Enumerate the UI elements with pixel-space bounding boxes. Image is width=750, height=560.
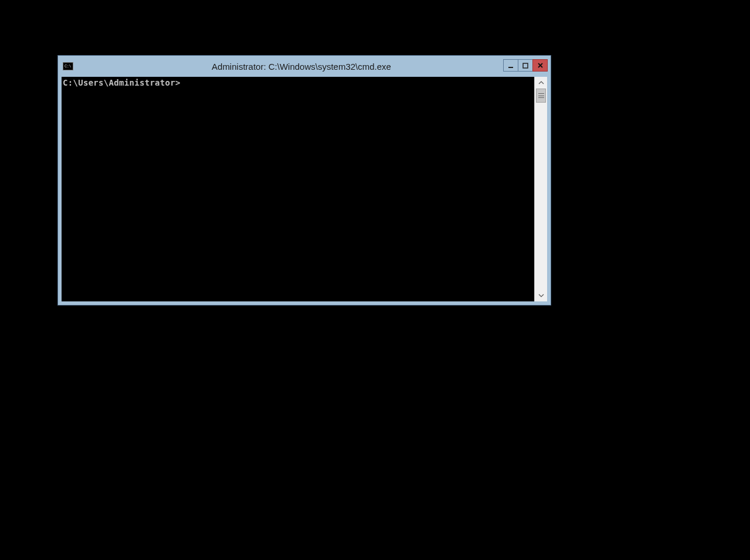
minimize-icon [508,63,514,69]
close-button[interactable] [532,59,548,72]
prompt-line: C:\Users\Administrator> [63,78,181,87]
chevron-up-icon [538,81,544,84]
window-controls [504,59,548,72]
cmd-icon[interactable]: C:\ [63,62,73,70]
scroll-down-button[interactable] [535,290,547,301]
cmd-window: C:\ Administrator: C:\Windows\system32\c… [57,55,551,306]
grip-icon [538,93,544,98]
titlebar[interactable]: C:\ Administrator: C:\Windows\system32\c… [58,56,551,77]
cmd-icon-label: C:\ [65,65,71,69]
maximize-button[interactable] [518,59,533,72]
client-area: C:\Users\Administrator> [62,77,547,301]
vertical-scrollbar[interactable] [534,77,547,301]
svg-rect-0 [508,67,513,68]
maximize-icon [522,63,528,69]
svg-rect-1 [523,63,528,68]
scroll-track[interactable] [535,89,547,290]
window-title: Administrator: C:\Windows\system32\cmd.e… [78,62,548,72]
console-output[interactable]: C:\Users\Administrator> [62,77,534,301]
scroll-up-button[interactable] [535,77,547,89]
minimize-button[interactable] [503,59,518,72]
close-icon [537,62,544,69]
scroll-thumb[interactable] [536,89,546,103]
chevron-down-icon [538,294,544,297]
